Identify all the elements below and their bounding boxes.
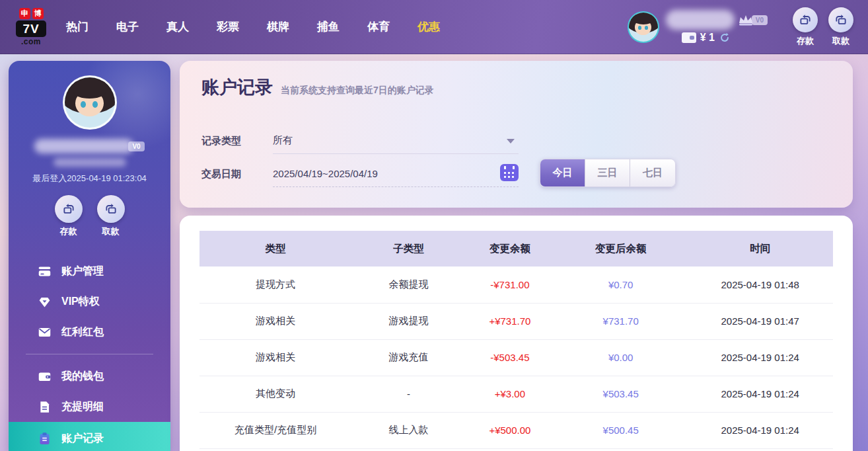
balance-value: ¥ 1 (700, 32, 715, 44)
withdraw-icon (97, 195, 125, 223)
table-header-0: 类型 (199, 231, 351, 266)
table-header-1: 子类型 (351, 231, 466, 266)
records-table: 类型子类型变更余额变更后余额时间 提现方式余额提现-¥731.00¥0.7020… (199, 231, 833, 449)
user-cluster: V0 ¥ 1 存款取款 (628, 7, 853, 47)
deposit-icon (55, 195, 83, 223)
cell-change: -¥503.45 (466, 339, 554, 376)
cell-subtype: - (351, 376, 466, 412)
sidebar-item-4[interactable]: 充提明细 (9, 391, 170, 422)
records-card: 类型子类型变更余额变更后余额时间 提现方式余额提现-¥731.00¥0.7020… (180, 216, 853, 451)
deposit-button[interactable]: 存款 (793, 7, 818, 47)
cell-time: 2025-04-19 01:24 (687, 339, 833, 376)
sidebar-item-label: 红利红包 (61, 325, 104, 339)
cell-after: ¥500.45 (554, 412, 687, 448)
card-icon (38, 265, 52, 278)
action-label: 取款 (832, 35, 850, 47)
withdraw-button[interactable]: 取款 (97, 195, 125, 237)
range-button-2[interactable]: 七日 (630, 159, 675, 186)
action-label: 存款 (797, 35, 814, 47)
cell-after: ¥0.70 (554, 266, 687, 303)
cell-type: 游戏相关 (199, 339, 351, 376)
page-title: 账户记录 (201, 75, 273, 99)
deposit-button[interactable]: 存款 (55, 195, 83, 237)
date-range-label: 交易日期 (201, 168, 273, 181)
nav-item-2[interactable]: 真人 (166, 19, 189, 34)
sidebar-item-1[interactable]: VIP特权 (9, 286, 170, 317)
nav-item-0[interactable]: 热门 (66, 19, 89, 34)
nav-item-6[interactable]: 体育 (367, 19, 390, 34)
range-button-1[interactable]: 三日 (585, 159, 630, 186)
nav-actions: 存款取款 (793, 7, 853, 47)
cell-change: +¥3.00 (466, 376, 554, 412)
cell-subtype: 线上入款 (351, 412, 466, 448)
logo-main: 7V (16, 20, 46, 37)
date-range-buttons: 今日三日七日 (540, 159, 676, 187)
wallet-icon (682, 32, 696, 43)
table-row: 游戏相关游戏充值-¥503.45¥0.002025-04-19 01:24 (199, 339, 833, 376)
main-nav: 热门电子真人彩票棋牌捕鱼体育优惠 (66, 19, 440, 34)
table-row: 其他变动-+¥3.00¥503.452025-04-19 01:24 (199, 376, 833, 412)
cell-type: 其他变动 (199, 376, 351, 412)
sidebar-item-label: 账户管理 (61, 265, 104, 278)
cell-time: 2025-04-19 01:47 (687, 303, 833, 339)
cell-subtype: 游戏提现 (351, 303, 466, 339)
date-range-input[interactable]: 2025/04/19~2025/04/19 (273, 161, 519, 187)
sidebar-item-label: 账户记录 (61, 432, 104, 446)
cell-change: +¥731.70 (466, 303, 554, 339)
sidebar-quick-actions: 存款取款 (9, 195, 170, 237)
nav-item-7[interactable]: 优惠 (417, 19, 440, 34)
cell-type: 充值类型/充值型别 (199, 412, 351, 448)
nav-item-3[interactable]: 彩票 (217, 19, 239, 34)
table-row: 游戏相关游戏提现+¥731.70¥731.702025-04-19 01:47 (199, 303, 833, 339)
sidebar-item-0[interactable]: 账户管理 (9, 256, 170, 286)
cell-after: ¥731.70 (554, 303, 687, 339)
site-logo[interactable]: 申 博 7V .com (16, 8, 46, 46)
logo-badge-2: 博 (32, 8, 44, 19)
user-info: V0 ¥ 1 (666, 10, 768, 44)
sidebar-item-3[interactable]: 我的钱包 (9, 361, 170, 391)
cell-subtype: 游戏充值 (351, 339, 466, 376)
nav-item-4[interactable]: 棋牌 (267, 19, 289, 34)
cell-subtype: 余额提现 (351, 266, 466, 303)
avatar-art (629, 13, 658, 42)
last-login-text: 最后登入2025-04-19 01:23:04 (9, 173, 170, 184)
nav-item-1[interactable]: 电子 (116, 19, 139, 34)
vip-badge: V0 (128, 142, 144, 151)
chevron-down-icon (507, 139, 515, 144)
username-blurred (34, 139, 133, 153)
document-icon (38, 400, 52, 414)
refresh-icon[interactable] (719, 32, 731, 44)
nav-item-5[interactable]: 捕鱼 (317, 19, 340, 34)
avatar-art (65, 77, 115, 128)
record-type-label: 记录类型 (201, 135, 273, 147)
sidebar-item-2[interactable]: 红利红包 (9, 317, 170, 347)
withdraw-button[interactable]: 取款 (828, 7, 853, 47)
cell-type: 提现方式 (199, 266, 351, 303)
deposit-icon (793, 7, 818, 32)
userid-blurred (54, 158, 126, 167)
cell-change: +¥500.00 (466, 412, 554, 448)
cell-time: 2025-04-19 01:24 (687, 376, 833, 412)
table-row: 提现方式余额提现-¥731.00¥0.702025-04-19 01:48 (199, 266, 833, 303)
sidebar-divider (26, 354, 153, 354)
calendar-icon[interactable] (500, 164, 519, 181)
avatar[interactable] (628, 11, 659, 43)
action-label: 存款 (60, 226, 77, 237)
sidebar-item-5[interactable]: 账户记录 (9, 422, 170, 451)
avatar[interactable] (63, 75, 117, 130)
sidebar-item-label: 充提明细 (61, 400, 104, 414)
top-navbar: 申 博 7V .com 热门电子真人彩票棋牌捕鱼体育优惠 (0, 0, 868, 54)
record-type-select[interactable]: 所有 (273, 128, 519, 154)
withdraw-icon (828, 7, 853, 32)
username-blurred (666, 10, 735, 30)
gem-icon (38, 295, 52, 309)
cell-after: ¥503.45 (554, 376, 687, 412)
cell-change: -¥731.00 (466, 266, 554, 303)
table-header-4: 时间 (687, 231, 833, 266)
table-row: 充值类型/充值型别线上入款+¥500.00¥500.452025-04-19 0… (199, 412, 833, 448)
cell-type: 游戏相关 (199, 303, 351, 339)
cell-after: ¥0.00 (554, 339, 687, 376)
table-header-3: 变更后余额 (554, 231, 687, 266)
table-header-2: 变更余额 (466, 231, 554, 266)
range-button-0[interactable]: 今日 (540, 159, 585, 186)
